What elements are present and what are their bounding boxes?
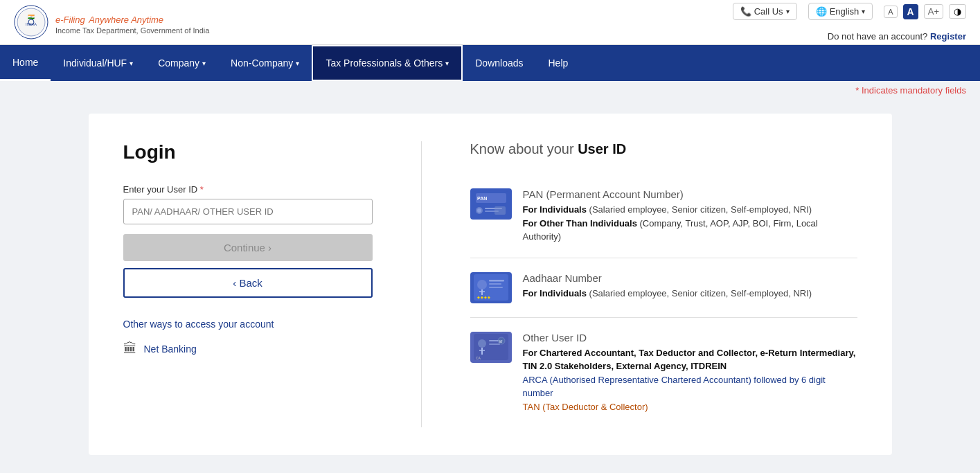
phone-icon: 📞 bbox=[740, 6, 751, 17]
svg-text:id: id bbox=[499, 339, 502, 343]
svg-text:PAN: PAN bbox=[477, 196, 487, 201]
chevron-down-icon: ▾ bbox=[296, 60, 299, 67]
pan-type: PAN (Permanent Account Number) bbox=[523, 188, 857, 200]
nav-downloads[interactable]: Downloads bbox=[463, 45, 535, 81]
pan-card-icon: PAN bbox=[470, 188, 512, 220]
aadhaar-info: Aadhaar Number For Individuals (Salaried… bbox=[523, 272, 857, 301]
pan-info: PAN (Permanent Account Number) For Indiv… bbox=[523, 188, 857, 244]
nav-help[interactable]: Help bbox=[536, 45, 581, 81]
svg-text:◆◆◆◆: ◆◆◆◆ bbox=[477, 295, 491, 299]
globe-icon: 🌐 bbox=[816, 6, 827, 17]
svg-point-14 bbox=[477, 280, 487, 289]
register-row: Do not have an account? Register bbox=[828, 31, 966, 42]
other-user-id-item: CA id Other User ID For Chartered Accoun… bbox=[470, 318, 857, 428]
nav-individual-huf[interactable]: Individual/HUF ▾ bbox=[51, 45, 145, 81]
know-section: Know about your User ID PAN bbox=[470, 141, 857, 427]
font-small-button[interactable]: A bbox=[884, 6, 897, 18]
continue-button[interactable]: Continue › bbox=[123, 234, 373, 261]
content-card: Login Enter your User ID * Continue › ‹ … bbox=[89, 114, 892, 455]
other-user-info: Other User ID For Chartered Accountant, … bbox=[523, 332, 857, 414]
nav-home[interactable]: Home bbox=[0, 45, 51, 81]
login-section: Login Enter your User ID * Continue › ‹ … bbox=[123, 141, 373, 427]
top-bar: 🇮🇳 INDIA e-Filing Anywhere Anytime Incom… bbox=[0, 0, 980, 45]
logo-subtitle: Income Tax Department, Government of Ind… bbox=[55, 26, 209, 35]
font-controls: A A A+ ◑ bbox=[884, 4, 966, 19]
bank-icon: 🏛 bbox=[123, 341, 137, 357]
emblem-icon: 🇮🇳 INDIA bbox=[14, 5, 48, 39]
font-large-button[interactable]: A+ bbox=[924, 4, 943, 19]
chevron-down-icon: ▾ bbox=[862, 8, 865, 15]
chevron-down-icon: ▾ bbox=[445, 60, 449, 67]
know-title: Know about your User ID bbox=[470, 141, 857, 157]
aadhaar-item: ◆◆◆◆ Aadhaar Number For Individuals (Sal… bbox=[470, 258, 857, 318]
net-banking-option[interactable]: 🏛 Net Banking bbox=[123, 341, 373, 357]
svg-text:INDIA: INDIA bbox=[26, 22, 37, 26]
font-medium-button[interactable]: A bbox=[903, 4, 918, 19]
svg-rect-18 bbox=[489, 283, 501, 285]
logo-text: e-Filing Anywhere Anytime Income Tax Dep… bbox=[55, 10, 209, 35]
call-us-button[interactable]: 📞 Call Us ▾ bbox=[733, 3, 797, 20]
divider-vertical bbox=[421, 141, 422, 427]
required-asterisk: * bbox=[200, 184, 204, 195]
svg-rect-17 bbox=[489, 280, 504, 282]
contrast-button[interactable]: ◑ bbox=[949, 4, 966, 19]
svg-rect-19 bbox=[489, 287, 503, 288]
logo-area: 🇮🇳 INDIA e-Filing Anywhere Anytime Incom… bbox=[14, 5, 209, 39]
register-link[interactable]: Register bbox=[930, 31, 966, 42]
logo-efiling: e-Filing Anywhere Anytime bbox=[55, 10, 209, 26]
svg-point-8 bbox=[477, 208, 481, 213]
chevron-down-icon: ▾ bbox=[786, 8, 790, 15]
back-button[interactable]: ‹ Back bbox=[123, 268, 373, 298]
other-user-type: Other User ID bbox=[523, 332, 857, 343]
main-content: Login Enter your User ID * Continue › ‹ … bbox=[0, 100, 980, 469]
language-selector[interactable]: 🌐 English ▾ bbox=[808, 3, 873, 20]
chevron-down-icon: ▾ bbox=[202, 60, 206, 67]
pan-item: PAN PAN (Permanent Account Number) For I… bbox=[470, 175, 857, 258]
svg-point-22 bbox=[478, 339, 486, 348]
svg-rect-12 bbox=[495, 206, 506, 215]
other-user-icon: CA id bbox=[470, 332, 512, 363]
nav-bar: Home Individual/HUF ▾ Company ▾ Non-Comp… bbox=[0, 45, 980, 81]
svg-rect-26 bbox=[489, 343, 500, 345]
top-right: 📞 Call Us ▾ 🌐 English ▾ A A A+ ◑ Do not … bbox=[733, 3, 966, 42]
aadhaar-card-icon: ◆◆◆◆ bbox=[470, 272, 512, 303]
nav-tax-professionals[interactable]: Tax Professionals & Others ▾ bbox=[312, 45, 463, 81]
user-id-input[interactable] bbox=[123, 199, 373, 224]
login-title: Login bbox=[123, 141, 373, 163]
nav-company[interactable]: Company ▾ bbox=[145, 45, 218, 81]
aadhaar-type: Aadhaar Number bbox=[523, 272, 857, 284]
mandatory-note: * Indicates mandatory fields bbox=[0, 81, 980, 100]
user-id-label: Enter your User ID * bbox=[123, 184, 373, 195]
chevron-down-icon: ▾ bbox=[130, 60, 133, 67]
other-ways-title: Other ways to access your account bbox=[123, 319, 373, 330]
svg-text:CA: CA bbox=[476, 356, 481, 360]
nav-non-company[interactable]: Non-Company ▾ bbox=[218, 45, 312, 81]
